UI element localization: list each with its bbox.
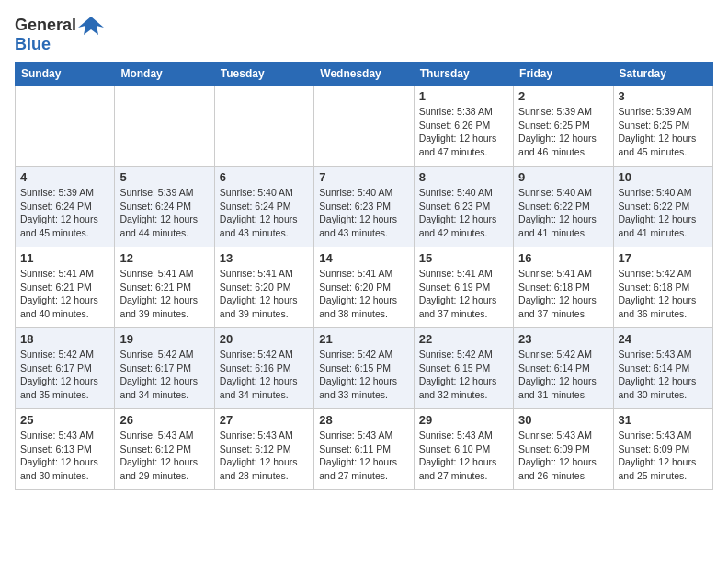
cell-day-number: 12 [119, 251, 209, 265]
cell-info-text: Sunrise: 5:41 AM Sunset: 6:19 PM Dayligh… [419, 267, 508, 321]
cell-day-number: 13 [220, 251, 309, 265]
cell-day-number: 18 [20, 332, 109, 346]
calendar-cell: 7Sunrise: 5:40 AM Sunset: 6:23 PM Daylig… [314, 167, 414, 247]
cell-day-number: 15 [419, 251, 508, 265]
weekday-header-sunday: Sunday [16, 63, 115, 86]
calendar-cell [314, 86, 414, 167]
weekday-header-friday: Friday [514, 63, 613, 86]
calendar-week-row: 4Sunrise: 5:39 AM Sunset: 6:24 PM Daylig… [16, 167, 713, 247]
cell-info-text: Sunrise: 5:41 AM Sunset: 6:20 PM Dayligh… [319, 267, 408, 321]
calendar-cell: 16Sunrise: 5:41 AM Sunset: 6:18 PM Dayli… [514, 247, 613, 328]
cell-day-number: 27 [220, 413, 309, 427]
cell-info-text: Sunrise: 5:39 AM Sunset: 6:25 PM Dayligh… [518, 105, 608, 159]
cell-info-text: Sunrise: 5:42 AM Sunset: 6:17 PM Dayligh… [119, 348, 209, 402]
calendar-cell: 11Sunrise: 5:41 AM Sunset: 6:21 PM Dayli… [16, 247, 115, 328]
cell-info-text: Sunrise: 5:42 AM Sunset: 6:16 PM Dayligh… [220, 348, 309, 402]
weekday-header-wednesday: Wednesday [314, 63, 414, 86]
cell-info-text: Sunrise: 5:41 AM Sunset: 6:21 PM Dayligh… [119, 267, 209, 321]
cell-info-text: Sunrise: 5:41 AM Sunset: 6:21 PM Dayligh… [20, 267, 109, 321]
cell-info-text: Sunrise: 5:42 AM Sunset: 6:14 PM Dayligh… [518, 348, 608, 402]
weekday-header-thursday: Thursday [414, 63, 513, 86]
weekday-header-monday: Monday [115, 63, 214, 86]
cell-info-text: Sunrise: 5:38 AM Sunset: 6:26 PM Dayligh… [419, 105, 508, 159]
cell-day-number: 5 [119, 170, 209, 184]
cell-day-number: 14 [319, 251, 408, 265]
calendar-cell [115, 86, 214, 167]
cell-info-text: Sunrise: 5:43 AM Sunset: 6:12 PM Dayligh… [220, 429, 309, 483]
weekday-header-tuesday: Tuesday [214, 63, 313, 86]
svg-marker-0 [78, 17, 104, 35]
cell-info-text: Sunrise: 5:42 AM Sunset: 6:17 PM Dayligh… [20, 348, 109, 402]
logo: General Blue [15, 15, 104, 54]
cell-info-text: Sunrise: 5:40 AM Sunset: 6:23 PM Dayligh… [419, 186, 508, 240]
cell-info-text: Sunrise: 5:42 AM Sunset: 6:15 PM Dayligh… [319, 348, 408, 402]
weekday-header-row: SundayMondayTuesdayWednesdayThursdayFrid… [16, 63, 713, 86]
calendar-cell: 27Sunrise: 5:43 AM Sunset: 6:12 PM Dayli… [214, 409, 313, 490]
cell-info-text: Sunrise: 5:39 AM Sunset: 6:25 PM Dayligh… [619, 105, 708, 159]
cell-info-text: Sunrise: 5:43 AM Sunset: 6:10 PM Dayligh… [419, 429, 508, 483]
calendar-cell: 31Sunrise: 5:43 AM Sunset: 6:09 PM Dayli… [613, 409, 712, 490]
cell-info-text: Sunrise: 5:40 AM Sunset: 6:24 PM Dayligh… [220, 186, 309, 240]
calendar-cell: 6Sunrise: 5:40 AM Sunset: 6:24 PM Daylig… [214, 167, 313, 247]
cell-day-number: 29 [419, 413, 508, 427]
cell-day-number: 4 [20, 170, 109, 184]
cell-day-number: 1 [419, 89, 508, 103]
calendar-cell: 29Sunrise: 5:43 AM Sunset: 6:10 PM Dayli… [414, 409, 513, 490]
calendar-week-row: 25Sunrise: 5:43 AM Sunset: 6:13 PM Dayli… [16, 409, 713, 490]
cell-day-number: 30 [518, 413, 608, 427]
cell-day-number: 10 [619, 170, 708, 184]
calendar-cell: 8Sunrise: 5:40 AM Sunset: 6:23 PM Daylig… [414, 167, 513, 247]
cell-info-text: Sunrise: 5:39 AM Sunset: 6:24 PM Dayligh… [20, 186, 109, 240]
cell-info-text: Sunrise: 5:43 AM Sunset: 6:14 PM Dayligh… [619, 348, 708, 402]
cell-info-text: Sunrise: 5:39 AM Sunset: 6:24 PM Dayligh… [119, 186, 209, 240]
calendar-cell: 4Sunrise: 5:39 AM Sunset: 6:24 PM Daylig… [16, 167, 115, 247]
cell-info-text: Sunrise: 5:43 AM Sunset: 6:09 PM Dayligh… [518, 429, 608, 483]
calendar-cell: 21Sunrise: 5:42 AM Sunset: 6:15 PM Dayli… [314, 328, 414, 409]
cell-day-number: 24 [619, 332, 708, 346]
calendar-cell: 9Sunrise: 5:40 AM Sunset: 6:22 PM Daylig… [514, 167, 613, 247]
calendar-cell: 1Sunrise: 5:38 AM Sunset: 6:26 PM Daylig… [414, 86, 513, 167]
calendar-cell: 14Sunrise: 5:41 AM Sunset: 6:20 PM Dayli… [314, 247, 414, 328]
calendar-cell: 23Sunrise: 5:42 AM Sunset: 6:14 PM Dayli… [514, 328, 613, 409]
calendar-cell [16, 86, 115, 167]
cell-day-number: 7 [319, 170, 408, 184]
cell-day-number: 28 [319, 413, 408, 427]
calendar-cell: 17Sunrise: 5:42 AM Sunset: 6:18 PM Dayli… [613, 247, 712, 328]
cell-info-text: Sunrise: 5:43 AM Sunset: 6:12 PM Dayligh… [119, 429, 209, 483]
cell-info-text: Sunrise: 5:40 AM Sunset: 6:22 PM Dayligh… [619, 186, 708, 240]
cell-info-text: Sunrise: 5:42 AM Sunset: 6:18 PM Dayligh… [619, 267, 708, 321]
calendar-cell: 19Sunrise: 5:42 AM Sunset: 6:17 PM Dayli… [115, 328, 214, 409]
calendar-cell: 3Sunrise: 5:39 AM Sunset: 6:25 PM Daylig… [613, 86, 712, 167]
calendar-week-row: 18Sunrise: 5:42 AM Sunset: 6:17 PM Dayli… [16, 328, 713, 409]
cell-info-text: Sunrise: 5:40 AM Sunset: 6:23 PM Dayligh… [319, 186, 408, 240]
page-header: General Blue [15, 15, 713, 54]
calendar-cell: 2Sunrise: 5:39 AM Sunset: 6:25 PM Daylig… [514, 86, 613, 167]
calendar-cell: 20Sunrise: 5:42 AM Sunset: 6:16 PM Dayli… [214, 328, 313, 409]
cell-day-number: 3 [619, 89, 708, 103]
calendar-cell: 12Sunrise: 5:41 AM Sunset: 6:21 PM Dayli… [115, 247, 214, 328]
calendar-cell: 25Sunrise: 5:43 AM Sunset: 6:13 PM Dayli… [16, 409, 115, 490]
cell-day-number: 20 [220, 332, 309, 346]
cell-day-number: 6 [220, 170, 309, 184]
cell-day-number: 25 [20, 413, 109, 427]
calendar-week-row: 1Sunrise: 5:38 AM Sunset: 6:26 PM Daylig… [16, 86, 713, 167]
logo-blue-text: Blue [15, 35, 51, 53]
calendar-cell: 10Sunrise: 5:40 AM Sunset: 6:22 PM Dayli… [613, 167, 712, 247]
cell-day-number: 2 [518, 89, 608, 103]
weekday-header-saturday: Saturday [613, 63, 712, 86]
calendar-table: SundayMondayTuesdayWednesdayThursdayFrid… [15, 62, 713, 490]
logo-bird-icon [78, 15, 104, 35]
cell-day-number: 11 [20, 251, 109, 265]
cell-day-number: 31 [619, 413, 708, 427]
cell-day-number: 23 [518, 332, 608, 346]
calendar-cell: 30Sunrise: 5:43 AM Sunset: 6:09 PM Dayli… [514, 409, 613, 490]
cell-day-number: 26 [119, 413, 209, 427]
logo-general-text: General [15, 16, 76, 35]
cell-info-text: Sunrise: 5:43 AM Sunset: 6:09 PM Dayligh… [619, 429, 708, 483]
cell-day-number: 22 [419, 332, 508, 346]
cell-info-text: Sunrise: 5:40 AM Sunset: 6:22 PM Dayligh… [518, 186, 608, 240]
cell-day-number: 21 [319, 332, 408, 346]
cell-day-number: 17 [619, 251, 708, 265]
cell-info-text: Sunrise: 5:42 AM Sunset: 6:15 PM Dayligh… [419, 348, 508, 402]
cell-day-number: 9 [518, 170, 608, 184]
